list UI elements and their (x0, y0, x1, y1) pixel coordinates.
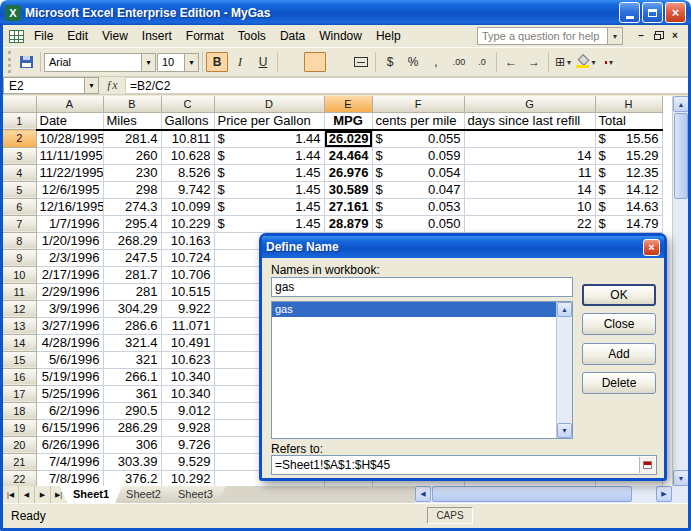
cell-A3[interactable]: 11/11/1995 (36, 147, 103, 164)
row-header-16[interactable]: 16 (3, 368, 36, 385)
cell-G3[interactable]: 14 (464, 147, 595, 164)
maximize-button[interactable] (642, 2, 663, 23)
cell-C1[interactable]: Gallons (161, 112, 214, 130)
cell-B9[interactable]: 247.5 (103, 249, 161, 266)
cell-A14[interactable]: 4/28/1996 (36, 334, 103, 351)
align-left-button[interactable] (281, 52, 303, 72)
toolbar-drag-handle[interactable] (8, 51, 11, 73)
name-list-item-gas[interactable]: gas (272, 302, 556, 317)
currency-style-button[interactable]: $ (379, 52, 401, 72)
cell-H2[interactable]: $15.56 (595, 130, 662, 148)
row-header-11[interactable]: 11 (3, 283, 36, 300)
menu-window[interactable]: Window (312, 26, 369, 46)
cell-C14[interactable]: 10.491 (161, 334, 214, 351)
cell-C20[interactable]: 9.726 (161, 436, 214, 453)
menu-view[interactable]: View (95, 26, 135, 46)
row-header-19[interactable]: 19 (3, 419, 36, 436)
row-header-15[interactable]: 15 (3, 351, 36, 368)
col-header-H[interactable]: H (595, 96, 662, 112)
col-header-D[interactable]: D (214, 96, 324, 112)
cell-G6[interactable]: 10 (464, 198, 595, 215)
cell-C3[interactable]: 10.628 (161, 147, 214, 164)
cell-C6[interactable]: 10.099 (161, 198, 214, 215)
first-sheet-button[interactable]: |◀ (3, 486, 19, 503)
cell-A21[interactable]: 7/4/1996 (36, 453, 103, 470)
font-color-button[interactable]: ▾ (598, 52, 620, 72)
select-all-button[interactable] (3, 96, 36, 112)
cell-G2[interactable] (464, 130, 595, 148)
cell-A1[interactable]: Date (36, 112, 103, 130)
cell-A13[interactable]: 3/27/1996 (36, 317, 103, 334)
minimize-button[interactable] (619, 2, 640, 23)
cell-A9[interactable]: 2/3/1996 (36, 249, 103, 266)
cell-H3[interactable]: $15.29 (595, 147, 662, 164)
cell-B13[interactable]: 286.6 (103, 317, 161, 334)
chevron-down-icon[interactable]: ▾ (609, 58, 613, 67)
row-header-10[interactable]: 10 (3, 266, 36, 283)
cell-B7[interactable]: 295.4 (103, 215, 161, 232)
collapse-dialog-button[interactable] (639, 457, 655, 473)
cell-B21[interactable]: 303.39 (103, 453, 161, 470)
chevron-down-icon[interactable]: ▾ (141, 54, 155, 71)
chevron-down-icon[interactable]: ▾ (591, 58, 595, 67)
row-header-22[interactable]: 22 (3, 470, 36, 486)
row-header-18[interactable]: 18 (3, 402, 36, 419)
cell-B20[interactable]: 306 (103, 436, 161, 453)
row-header-12[interactable]: 12 (3, 300, 36, 317)
cell-E6[interactable]: 27.161 (324, 198, 372, 215)
cell-B12[interactable]: 304.29 (103, 300, 161, 317)
names-in-workbook-input[interactable]: gas (271, 277, 573, 297)
name-box[interactable]: E2 ▾ (3, 77, 99, 94)
row-header-14[interactable]: 14 (3, 334, 36, 351)
cell-D6[interactable]: $1.45 (214, 198, 324, 215)
cell-B14[interactable]: 321.4 (103, 334, 161, 351)
cell-A17[interactable]: 5/25/1996 (36, 385, 103, 402)
row-header-4[interactable]: 4 (3, 164, 36, 181)
add-button[interactable]: Add (582, 343, 656, 365)
cell-D7[interactable]: $1.45 (214, 215, 324, 232)
menu-data[interactable]: Data (273, 26, 312, 46)
row-header-7[interactable]: 7 (3, 215, 36, 232)
cell-F6[interactable]: $0.053 (372, 198, 464, 215)
row-header-20[interactable]: 20 (3, 436, 36, 453)
cell-A10[interactable]: 2/17/1996 (36, 266, 103, 283)
horizontal-scroll-thumb[interactable] (432, 486, 632, 502)
cell-D1[interactable]: Price per Gallon (214, 112, 324, 130)
cell-A16[interactable]: 5/19/1996 (36, 368, 103, 385)
vertical-scroll-thumb[interactable] (674, 113, 688, 199)
close-button[interactable]: × (665, 2, 686, 23)
cell-B8[interactable]: 268.29 (103, 232, 161, 249)
increase-decimal-button[interactable]: .00 (448, 52, 470, 72)
cell-E3[interactable]: 24.464 (324, 147, 372, 164)
cell-F2[interactable]: $0.055 (372, 130, 464, 148)
underline-button[interactable]: U (252, 52, 274, 72)
row-header-3[interactable]: 3 (3, 147, 36, 164)
chevron-down-icon[interactable]: ▾ (184, 54, 198, 71)
workbook-close-button[interactable]: × (667, 29, 683, 44)
row-header-21[interactable]: 21 (3, 453, 36, 470)
cell-B16[interactable]: 266.1 (103, 368, 161, 385)
italic-button[interactable]: I (229, 52, 251, 72)
cell-B3[interactable]: 260 (103, 147, 161, 164)
help-input[interactable]: Type a question for help ▾ (477, 27, 623, 45)
menu-insert[interactable]: Insert (135, 26, 179, 46)
cell-B18[interactable]: 290.5 (103, 402, 161, 419)
comma-style-button[interactable]: , (425, 52, 447, 72)
cell-B17[interactable]: 361 (103, 385, 161, 402)
cell-A12[interactable]: 3/9/1996 (36, 300, 103, 317)
fill-color-button[interactable]: ▾ (575, 52, 597, 72)
cell-B2[interactable]: 281.4 (103, 130, 161, 148)
menu-file[interactable]: File (27, 26, 60, 46)
increase-indent-button[interactable]: → (523, 52, 545, 72)
menu-tools[interactable]: Tools (231, 26, 273, 46)
cell-C11[interactable]: 10.515 (161, 283, 214, 300)
cell-B10[interactable]: 281.7 (103, 266, 161, 283)
cell-A15[interactable]: 5/6/1996 (36, 351, 103, 368)
refers-to-input[interactable]: =Sheet1!$A$1:$H$45 (271, 455, 657, 475)
font-size-combo[interactable]: 10▾ (157, 53, 199, 72)
chevron-down-icon[interactable]: ▾ (607, 28, 622, 44)
cell-B1[interactable]: Miles (103, 112, 161, 130)
cell-A11[interactable]: 2/29/1996 (36, 283, 103, 300)
font-name-combo[interactable]: Arial▾ (44, 53, 156, 72)
delete-button[interactable]: Delete (582, 372, 656, 394)
